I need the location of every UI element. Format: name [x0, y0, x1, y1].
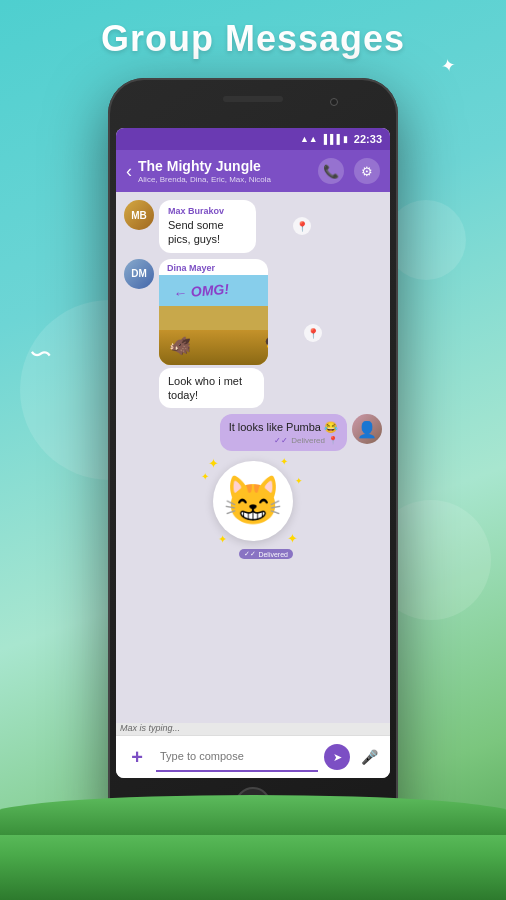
sticker-cat: 😸	[213, 461, 293, 541]
sparkle-icon: ✦	[208, 456, 219, 471]
back-button[interactable]: ‹	[126, 161, 132, 182]
app-header: ‹ The Mighty Jungle Alice, Brenda, Dina,…	[116, 150, 390, 192]
header-actions: 📞 ⚙	[318, 158, 380, 184]
message-meta: ✓✓ Delivered 📍	[229, 436, 338, 445]
status-icons: ▲▲ ▐▐▐ ▮	[300, 134, 348, 144]
sticker-delivered-label: Delivered	[258, 551, 288, 558]
bird-decoration-mid: 〜	[29, 339, 54, 371]
add-attachment-button[interactable]: +	[124, 744, 150, 770]
avatar-dina: DM	[124, 259, 154, 289]
message-caption-bubble: Look who i met today!	[159, 368, 264, 409]
delivered-label: Delivered	[291, 436, 325, 445]
location-pin[interactable]: 📍	[304, 324, 322, 342]
mic-button[interactable]: 🎤	[356, 744, 382, 770]
microphone-icon: 🎤	[361, 749, 378, 765]
send-button[interactable]: ➤	[324, 744, 350, 770]
chat-area: MB Max Burakov Send some pics, guys! 📍 D…	[116, 192, 390, 723]
wifi-icon: ▲▲	[300, 134, 318, 144]
settings-button[interactable]: ⚙	[354, 158, 380, 184]
status-time: 22:33	[354, 133, 382, 145]
call-button[interactable]: 📞	[318, 158, 344, 184]
message-caption: Look who i met today!	[168, 374, 255, 403]
phone-screen: ▲▲ ▐▐▐ ▮ 22:33 ‹ The Mighty Jungle Alice…	[116, 128, 390, 778]
message-text: Send some pics, guys!	[168, 218, 247, 247]
battery-icon: ▮	[343, 134, 348, 144]
message-row: MB Max Burakov Send some pics, guys! 📍	[124, 200, 382, 253]
sparkle-icon: ✦	[280, 456, 288, 467]
sparkle-icon: ✦	[218, 533, 227, 546]
phone-icon: 📞	[323, 164, 339, 179]
sticker-container: ✦ ✦ ✦ ✦ ✦ ✦ 😸 ✓✓ Delivered	[213, 461, 293, 541]
phone-camera	[330, 98, 338, 106]
sticker-row: ✦ ✦ ✦ ✦ ✦ ✦ 😸 ✓✓ Delivered	[124, 461, 382, 541]
signal-icon: ▐▐▐	[321, 134, 340, 144]
typing-indicator: Max is typing...	[116, 723, 390, 735]
compose-input[interactable]	[156, 742, 318, 772]
phone-speaker	[223, 96, 283, 102]
send-icon: ➤	[333, 751, 342, 764]
sparkle-icon: ✦	[295, 476, 303, 486]
my-message-bubble: It looks like Pumba 😂 ✓✓ Delivered 📍	[220, 414, 347, 451]
sparkle-icon: ✦	[201, 471, 209, 482]
warthog-icon: 🐗	[169, 335, 191, 357]
sticker-status: ✓✓ Delivered	[239, 549, 293, 559]
message-row-right: 👤 It looks like Pumba 😂 ✓✓ Delivered 📍	[124, 414, 382, 451]
message-sender: Dina Mayer	[159, 259, 268, 273]
status-bar: ▲▲ ▐▐▐ ▮ 22:33	[116, 128, 390, 150]
message-image: 🐗 🦅 ← OMG! f+	[159, 275, 268, 365]
avatar-max: MB	[124, 200, 154, 230]
avatar-me: 👤	[352, 414, 382, 444]
message-sender: Max Burakov	[168, 206, 247, 216]
message-row: DM Dina Mayer 🐗 🦅 ← OMG!	[124, 259, 382, 409]
conversation-members: Alice, Brenda, Dina, Eric, Max, Nicola	[138, 175, 318, 184]
check-icon: ✓✓	[244, 550, 256, 558]
message-bubble: Max Burakov Send some pics, guys!	[159, 200, 256, 253]
ostrich-icon: 🦅	[264, 336, 268, 355]
delivered-check-icon: ✓✓	[274, 436, 288, 445]
location-icon-small: 📍	[328, 436, 338, 445]
grass-decoration	[0, 810, 506, 900]
page-title: Group Messages	[0, 0, 506, 60]
image-message-bubble: Dina Mayer 🐗 🦅 ← OMG! f+	[159, 259, 268, 365]
gear-icon: ⚙	[361, 164, 373, 179]
conversation-title: The Mighty Jungle	[138, 158, 318, 174]
message-text: It looks like Pumba 😂	[229, 420, 338, 434]
header-info: The Mighty Jungle Alice, Brenda, Dina, E…	[138, 158, 318, 184]
location-pin[interactable]: 📍	[293, 217, 311, 235]
phone-device: ▲▲ ▐▐▐ ▮ 22:33 ‹ The Mighty Jungle Alice…	[108, 78, 398, 838]
bottom-bar: + ➤ 🎤	[116, 735, 390, 778]
sparkle-icon: ✦	[287, 531, 298, 546]
